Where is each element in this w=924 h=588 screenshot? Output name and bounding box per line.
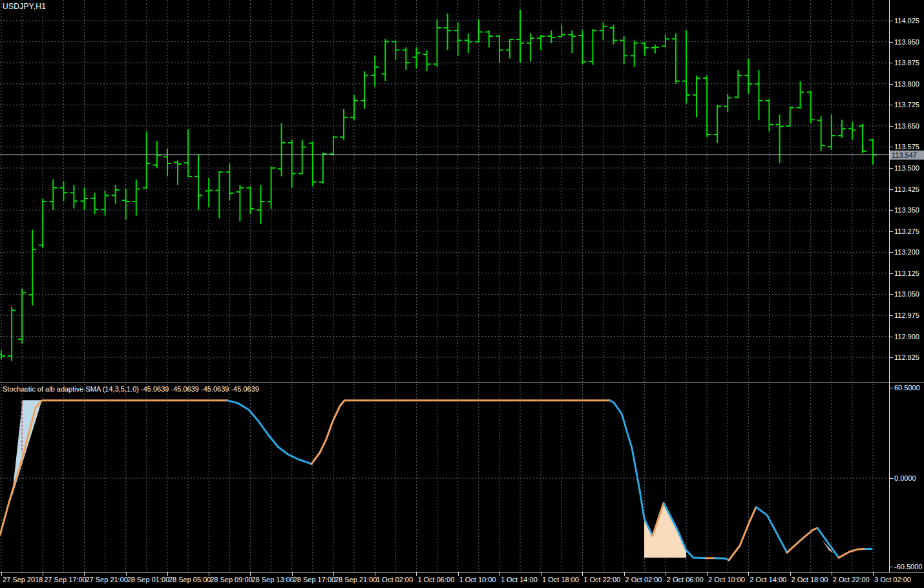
indicator-subwindow[interactable]: Stochastic of alb adaptive SMA (14,3,5,1… [0, 384, 889, 572]
time-tick [624, 572, 625, 576]
time-axis-label: 1 Oct 14:00 [501, 576, 538, 583]
axis-tick [890, 478, 893, 479]
time-axis-label: 2 Oct 10:00 [708, 576, 745, 583]
axis-tick [890, 63, 893, 63]
subwindow-separator[interactable] [0, 382, 924, 383]
symbol-period-label: USDJPY,H1 [3, 2, 46, 11]
axis-tick [890, 567, 893, 567]
time-axis-label: 3 Oct 02:00 [874, 576, 911, 583]
time-tick [43, 572, 43, 576]
time-tick [707, 572, 708, 576]
time-axis-label: 1 Oct 22:00 [583, 576, 620, 583]
price-axis-label: 113.950 [894, 38, 919, 46]
time-tick [250, 572, 251, 576]
price-chart-svg [0, 0, 889, 382]
time-tick [748, 572, 749, 576]
price-axis-label: 113.125 [894, 269, 919, 277]
grid-layer [0, 0, 889, 382]
time-axis-label: 27 Sep 2018 [3, 576, 43, 583]
price-axis-label: 112.900 [894, 333, 919, 341]
time-axis-label: 27 Sep 21:00 [85, 576, 127, 583]
time-tick [416, 572, 417, 576]
time-axis-label: 28 Sep 05:00 [169, 576, 211, 583]
axis-tick [890, 337, 893, 337]
axis-tick [890, 315, 893, 316]
time-axis-label: 27 Sep 17:00 [44, 576, 86, 583]
time-axis-label: 1 Oct 18:00 [542, 576, 579, 583]
time-tick [666, 572, 666, 576]
indicator-fill-layer [12, 400, 834, 558]
axis-tick [890, 231, 893, 232]
axis-tick [890, 126, 893, 127]
time-axis-label: 2 Oct 14:00 [750, 576, 786, 583]
time-axis-label: 28 Sep 09:00 [210, 576, 252, 583]
axis-tick [890, 105, 893, 105]
price-axis-label: 113.050 [894, 290, 919, 298]
axis-tick [890, 21, 893, 21]
current-price-tag: 113.547 [890, 151, 924, 160]
price-axis-label: 113.875 [894, 59, 919, 67]
time-axis-label: 1 Oct 02:00 [376, 576, 413, 583]
axis-tick [890, 168, 893, 169]
current-price-value: 113.547 [892, 151, 917, 159]
price-axis-label: 113.425 [894, 185, 919, 193]
time-tick [292, 572, 293, 576]
time-tick [333, 572, 334, 576]
chart-window: USDJPY,H1 Stochastic of alb adaptive SMA… [0, 0, 924, 588]
time-axis-label: 28 Sep 17:00 [293, 576, 335, 583]
time-axis-label: 28 Sep 21:00 [335, 576, 377, 583]
axis-tick [890, 357, 893, 358]
axis-tick [890, 210, 893, 211]
time-axis-label: 1 Oct 10:00 [459, 576, 496, 583]
indicator-axis-label: 0.0000 [894, 474, 916, 482]
time-axis-label: 28 Sep 01:00 [127, 576, 169, 583]
price-axis-label: 113.800 [894, 80, 919, 88]
price-axis-label: 113.500 [894, 164, 919, 172]
time-tick [541, 572, 541, 576]
price-axis-label: 113.725 [894, 101, 919, 109]
axis-tick [890, 388, 893, 388]
axis-tick [890, 189, 893, 190]
time-axis-label: 28 Sep 13:00 [251, 576, 293, 583]
time-tick [832, 572, 832, 576]
time-axis[interactable]: 27 Sep 201827 Sep 17:0027 Sep 21:0028 Se… [0, 572, 924, 588]
price-axis-label: 113.650 [894, 122, 919, 130]
axis-tick [890, 273, 893, 274]
axis-tick [890, 147, 893, 147]
axis-tick [890, 42, 893, 43]
time-tick [209, 572, 209, 576]
indicator-svg [0, 384, 889, 572]
price-axis-label: 112.975 [894, 311, 919, 319]
indicator-axis[interactable]: 60.50000.0000-60.5000 [890, 384, 924, 572]
price-axis-label: 114.025 [894, 17, 919, 25]
price-axis-label: 113.275 [894, 227, 919, 235]
time-axis-label: 2 Oct 02:00 [625, 576, 662, 583]
time-tick [499, 572, 500, 576]
axis-tick [890, 294, 893, 295]
indicator-axis-label: -60.5000 [894, 563, 922, 571]
time-tick [375, 572, 375, 576]
main-chart[interactable]: USDJPY,H1 [0, 0, 889, 382]
price-axis-label: 113.200 [894, 248, 919, 256]
price-axis[interactable]: 114.025113.950113.875113.800113.725113.6… [890, 0, 924, 382]
axis-tick [890, 84, 893, 85]
time-axis-label: 1 Oct 06:00 [417, 576, 454, 583]
time-tick [458, 572, 459, 576]
price-axis-label: 113.350 [894, 206, 919, 214]
time-tick [873, 572, 874, 576]
time-axis-label: 2 Oct 22:00 [833, 576, 870, 583]
time-tick [126, 572, 127, 576]
ohlc-bars-layer [0, 10, 877, 361]
time-tick [582, 572, 583, 576]
time-tick [167, 572, 168, 576]
indicator-label: Stochastic of alb adaptive SMA (14,3,5,1… [3, 385, 259, 393]
indicator-axis-label: 60.5000 [894, 384, 920, 392]
axis-tick [890, 252, 893, 253]
time-tick [1, 572, 2, 576]
indicator-line-layer [0, 401, 872, 560]
time-axis-label: 2 Oct 06:00 [667, 576, 704, 583]
time-tick [790, 572, 791, 576]
price-axis-label: 112.825 [894, 353, 919, 361]
indicator-grid-layer [0, 384, 889, 572]
time-tick [84, 572, 85, 576]
